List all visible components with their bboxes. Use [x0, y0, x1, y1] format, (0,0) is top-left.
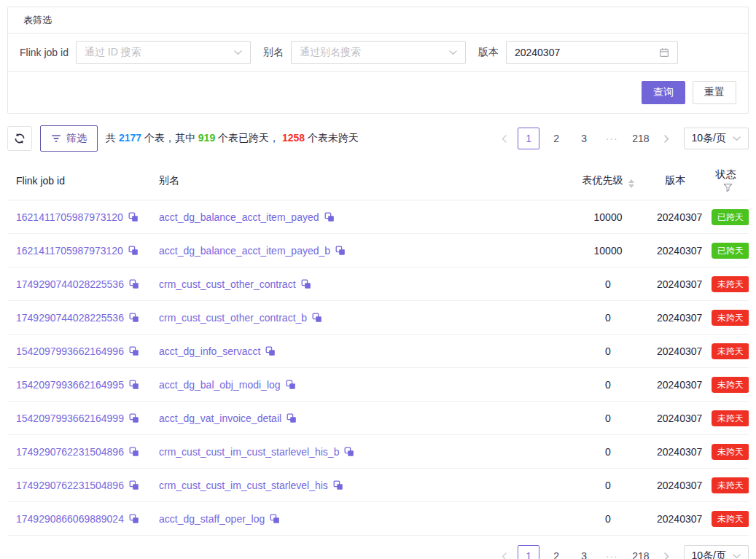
table-row: 1621411705987973120 acct_dg_balance_acct… — [7, 234, 749, 267]
copy-icon[interactable] — [129, 514, 139, 524]
pagination-page-3[interactable]: 3 — [573, 128, 595, 149]
version-cell: 20240307 — [648, 267, 703, 301]
flink-job-id-link[interactable]: 1621411705987973120 — [16, 245, 123, 257]
summary-text: 个表已跨天， — [215, 132, 282, 144]
alias-link[interactable]: acct_dg_balance_acct_item_payed — [159, 211, 319, 223]
chevron-down-icon — [733, 554, 741, 559]
pagination-page-218[interactable]: 218 — [628, 545, 652, 559]
copy-icon[interactable] — [129, 480, 139, 490]
flink-job-id-link[interactable]: 1749290762231504896 — [16, 446, 124, 458]
version-cell: 20240307 — [648, 435, 703, 469]
flink-job-id-placeholder: 通过 ID 搜索 — [85, 46, 141, 59]
pagination-page-218[interactable]: 218 — [628, 128, 652, 149]
flink-job-id-link[interactable]: 1542097993662164999 — [16, 413, 124, 424]
copy-icon[interactable] — [344, 447, 354, 457]
alias-select[interactable]: 通过别名搜索 — [291, 41, 466, 64]
page-size-select[interactable]: 10条/页 — [684, 128, 749, 149]
field-version: 版本 20240307 — [478, 41, 678, 64]
filter-actions-row: 查询 重置 — [8, 72, 748, 113]
pagination-bottom: 1 2 3 ··· 218 10条/页 — [496, 545, 749, 559]
pagination-page-1[interactable]: 1 — [518, 545, 539, 559]
flink-job-id-link[interactable]: 1749290744028225536 — [16, 312, 124, 324]
alias-link[interactable]: acct_dg_staff_oper_log — [159, 513, 265, 525]
column-header-status: 状态 — [703, 162, 749, 200]
toolbar: 筛选 共 2177 个表，其中 919 个表已跨天， 1258 个表未跨天 1 … — [7, 125, 749, 152]
sort-icon[interactable] — [628, 179, 634, 188]
flink-job-id-link[interactable]: 1542097993662164995 — [16, 379, 124, 391]
table-row: 1542097993662164999 acct_dg_vat_invoice_… — [7, 402, 749, 435]
chevron-down-icon — [234, 50, 242, 55]
table-row: 1749290744028225536 crm_cust_cust_other_… — [7, 301, 749, 335]
filter-toggle-button[interactable]: 筛选 — [40, 125, 98, 152]
flink-job-id-link[interactable]: 1621411705987973120 — [16, 211, 123, 223]
copy-icon[interactable] — [265, 346, 276, 356]
table-summary: 共 2177 个表，其中 919 个表已跨天， 1258 个表未跨天 — [106, 132, 359, 145]
copy-icon[interactable] — [128, 246, 139, 256]
summary-text: 个表未跨天 — [305, 132, 359, 144]
flink-job-id-link[interactable]: 1749290762231504896 — [16, 480, 124, 491]
copy-icon[interactable] — [324, 212, 335, 222]
alias-link[interactable]: crm_cust_cust_other_contract — [159, 278, 296, 290]
status-badge: 未跨天 — [712, 444, 749, 460]
pagination-next-button[interactable] — [659, 545, 675, 559]
pagination-page-2[interactable]: 2 — [545, 545, 567, 559]
alias-link[interactable]: crm_cust_cust_im_cust_starlevel_his — [159, 480, 328, 491]
status-badge: 未跨天 — [712, 276, 749, 292]
pagination-prev-button[interactable] — [496, 128, 512, 149]
copy-icon[interactable] — [335, 246, 346, 256]
bottom-pagination-row: 1 2 3 ··· 218 10条/页 — [7, 545, 749, 559]
copy-icon[interactable] — [287, 413, 297, 423]
alias-link[interactable]: acct_dg_info_servacct — [159, 345, 260, 357]
version-cell: 20240307 — [648, 200, 703, 234]
copy-icon[interactable] — [301, 279, 311, 289]
pagination-next-button[interactable] — [659, 128, 675, 149]
copy-icon[interactable] — [129, 313, 139, 323]
copy-icon[interactable] — [128, 212, 139, 222]
column-header-priority[interactable]: 表优先级 — [568, 162, 648, 200]
copy-icon[interactable] — [333, 480, 343, 490]
summary-uncrossed-count: 1258 — [282, 132, 305, 144]
copy-icon[interactable] — [129, 279, 139, 289]
flink-job-id-link[interactable]: 1542097993662164996 — [16, 345, 124, 357]
column-header-flink-job-id: Flink job id — [7, 162, 150, 200]
table-row: 1749290866069889024 acct_dg_staff_oper_l… — [7, 502, 749, 536]
pagination-page-2[interactable]: 2 — [545, 128, 567, 149]
flink-job-id-select[interactable]: 通过 ID 搜索 — [76, 41, 251, 64]
table-row: 1542097993662164995 acct_dg_bal_obj_modi… — [7, 368, 749, 402]
pagination-prev-button[interactable] — [496, 545, 512, 559]
status-header-label: 状态 — [716, 168, 736, 180]
tables-list: Flink job id 别名 表优先级 版本 状态 1621411705987… — [7, 162, 749, 536]
pagination-page-3[interactable]: 3 — [573, 545, 595, 559]
priority-cell: 0 — [568, 368, 648, 402]
alias-link[interactable]: acct_dg_balance_acct_item_payed_b — [159, 245, 330, 257]
copy-icon[interactable] — [129, 447, 139, 457]
table-row: 1542097993662164996 acct_dg_info_servacc… — [7, 335, 749, 368]
copy-icon[interactable] — [129, 413, 139, 423]
alias-link[interactable]: acct_dg_bal_obj_modi_log — [159, 379, 281, 391]
pagination-ellipsis[interactable]: ··· — [601, 128, 623, 149]
pagination-top: 1 2 3 ··· 218 10条/页 — [496, 128, 749, 149]
pagination-page-1[interactable]: 1 — [518, 128, 539, 149]
query-button[interactable]: 查询 — [642, 81, 685, 104]
alias-link[interactable]: crm_cust_cust_other_contract_b — [159, 312, 307, 324]
alias-link[interactable]: crm_cust_cust_im_cust_starlevel_his_b — [159, 446, 339, 458]
reset-button[interactable]: 重置 — [693, 81, 736, 104]
copy-icon[interactable] — [129, 380, 139, 390]
alias-link[interactable]: acct_dg_vat_invoice_detail — [159, 413, 281, 424]
filter-funnel-icon[interactable] — [723, 183, 733, 192]
status-badge: 未跨天 — [712, 343, 749, 359]
table-header: Flink job id 别名 表优先级 版本 状态 — [7, 162, 749, 200]
chevron-down-icon — [733, 136, 741, 141]
version-label: 版本 — [478, 46, 499, 59]
copy-icon[interactable] — [129, 346, 139, 356]
copy-icon[interactable] — [286, 380, 296, 390]
version-date-input[interactable]: 20240307 — [506, 41, 678, 64]
flink-job-id-link[interactable]: 1749290866069889024 — [16, 513, 124, 525]
page-size-select[interactable]: 10条/页 — [684, 545, 749, 559]
summary-total-count: 2177 — [119, 132, 141, 144]
pagination-ellipsis[interactable]: ··· — [601, 545, 623, 559]
flink-job-id-link[interactable]: 1749290744028225536 — [16, 278, 124, 290]
refresh-button[interactable] — [7, 126, 32, 151]
copy-icon[interactable] — [270, 514, 280, 524]
copy-icon[interactable] — [312, 313, 322, 323]
